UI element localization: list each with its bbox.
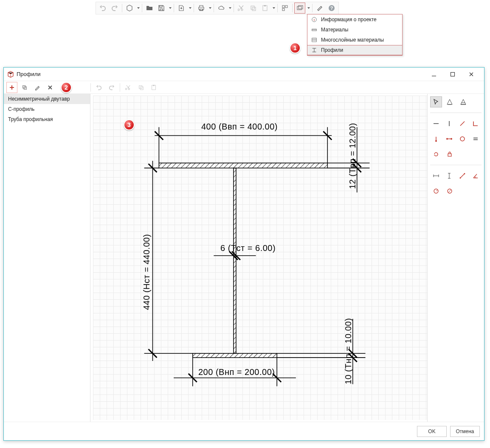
paste-dropdown-caret[interactable] <box>271 3 276 14</box>
managers-dropdown-menu: Информация о проекте Материалы Многослой… <box>307 14 403 56</box>
copy-button[interactable] <box>248 3 259 14</box>
dropdown-item-label: Профили <box>321 47 343 53</box>
print-button[interactable] <box>196 3 207 14</box>
svg-rect-0 <box>251 6 254 9</box>
svg-rect-3 <box>264 5 266 6</box>
save-button[interactable] <box>156 3 167 14</box>
dropdown-item-label: Информация о проекте <box>321 17 377 23</box>
settings-button[interactable] <box>314 3 325 14</box>
cloud-button[interactable] <box>216 3 227 14</box>
svg-rect-13 <box>312 38 317 42</box>
svg-rect-6 <box>282 8 284 11</box>
dropdown-item-multilayer[interactable]: Многослойные материалы <box>307 35 402 45</box>
svg-rect-8 <box>299 6 303 9</box>
dropdown-item-project-info[interactable]: Информация о проекте <box>307 14 402 25</box>
help-button[interactable]: ? <box>326 3 337 14</box>
dropdown-item-profiles[interactable]: Профили <box>307 45 402 55</box>
managers-button[interactable] <box>294 3 305 14</box>
dropdown-item-label: Многослойные материалы <box>321 37 384 43</box>
svg-text:?: ? <box>330 6 333 11</box>
layout-button[interactable] <box>279 3 290 14</box>
new-button[interactable] <box>124 3 135 14</box>
cloud-dropdown-caret[interactable] <box>228 3 232 14</box>
dropdown-item-label: Материалы <box>321 27 348 33</box>
paste-button[interactable] <box>259 3 270 14</box>
info-icon <box>311 16 318 23</box>
materials-icon <box>311 26 318 33</box>
svg-rect-4 <box>282 6 284 8</box>
save-dropdown-caret[interactable] <box>168 3 172 14</box>
top-region: ? Информация о проекте Материалы Многосл… <box>0 0 490 67</box>
managers-dropdown-caret[interactable] <box>306 3 310 14</box>
svg-rect-5 <box>285 6 287 8</box>
print-dropdown-caret[interactable] <box>208 3 212 14</box>
new-dropdown-caret[interactable] <box>136 3 140 14</box>
export-dropdown-caret[interactable] <box>188 3 192 14</box>
main-toolbar: ? <box>96 2 339 14</box>
svg-rect-1 <box>252 7 256 11</box>
cut-button[interactable] <box>236 3 247 14</box>
export-button[interactable] <box>176 3 187 14</box>
callout-1: 1 <box>290 42 301 54</box>
layers-icon <box>311 37 318 43</box>
dropdown-item-materials[interactable]: Материалы <box>307 25 402 35</box>
undo-button[interactable] <box>97 3 108 14</box>
redo-button[interactable] <box>109 3 120 14</box>
open-button[interactable] <box>144 3 155 14</box>
profile-icon <box>311 47 318 54</box>
svg-rect-7 <box>297 6 301 10</box>
